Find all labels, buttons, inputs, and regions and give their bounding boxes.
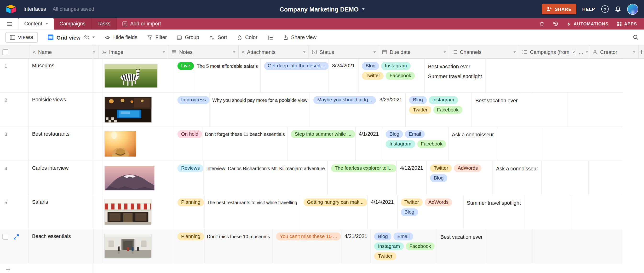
user-avatar[interactable] [627,4,638,14]
cell-channels[interactable]: BlogInstagramTwitterFacebook [359,59,425,92]
cell-image[interactable] [103,195,174,229]
table-row[interactable]: 3Best restaurantsOn holdDon't forget the… [0,127,623,161]
column-header-name[interactable]: A Name [30,46,98,58]
thumbnail-poolside-night[interactable] [105,97,152,122]
cell-image[interactable] [103,93,174,126]
question-icon[interactable]: ? [601,5,609,13]
history-button[interactable] [549,18,562,30]
cell-notes[interactable]: Reviews [174,161,204,195]
cell-due-date[interactable]: 4/12/2021 [397,161,427,195]
cell-creator[interactable] [498,127,544,161]
cell-due-date[interactable]: 4/1/2021 [356,127,382,161]
cell-name[interactable]: Carlos interview [29,161,103,195]
table-row[interactable]: 2Poolside viewsIn progressWhy you should… [0,93,623,127]
expand-record-icon[interactable] [14,234,19,240]
cell-notes[interactable]: Planning [174,230,204,263]
column-header-due-date[interactable]: Due date [379,46,449,58]
share-view-button[interactable]: Share view [283,34,316,40]
cell-notes[interactable]: On hold [174,127,202,161]
cell-attachments[interactable]: The best restaurants to visit while trav… [204,195,300,229]
share-button[interactable]: SHARE [542,4,576,14]
cell-due-date[interactable]: 3/29/2021 [376,93,406,126]
filter-button[interactable]: Filter [147,34,167,40]
group-button[interactable]: Group [176,34,199,40]
column-header-creator[interactable]: Creator [590,46,638,58]
cell-channels[interactable]: BlogInstagramTwitterFacebook [406,93,472,126]
cell-notes[interactable]: Planning [174,195,204,229]
cell-name[interactable]: Beach essentials [29,230,103,263]
cell-attachments[interactable]: Why you should pay more for a poolside v… [210,93,310,126]
cell-channels[interactable]: TwitterAdWordsBlog [398,195,464,229]
bell-icon[interactable] [615,6,621,12]
table-row[interactable]: 5SafarisPlanningThe best restaurants to … [0,195,623,229]
cell-notes[interactable]: In progress [174,93,210,126]
cell-status[interactable]: Step into summer while ... [288,127,356,161]
cell-status[interactable]: Get deep into the desert... [261,59,329,92]
interfaces-label[interactable]: Interfaces [24,6,46,12]
cell-campaigns[interactable]: Ask a connoisseur [493,161,542,195]
trash-button[interactable] [536,18,548,30]
cell-campaigns[interactable]: Best vacation ever [472,93,521,126]
cell-channels[interactable]: BlogEmailInstagramFacebook [382,127,448,161]
cell-campaigns[interactable]: Summer travel spotlight [464,195,524,229]
row-height-button[interactable] [267,35,273,40]
cell-due-date[interactable]: 4/14/2021 [368,195,397,229]
column-header-image[interactable]: Image [98,46,169,58]
cell-attachments[interactable]: Don't miss these 10 museums [204,230,273,263]
cell-channels[interactable]: BlogEmailInstagramFacebookTwitter [371,230,437,263]
sidebar-toggle-button[interactable] [0,18,18,30]
cell-notes[interactable]: Live [174,59,194,92]
thumbnail-sunset-hat[interactable] [105,131,136,156]
table-row[interactable]: 4Carlos interviewReviewsInterview: Carlo… [0,161,623,195]
color-button[interactable]: Color [237,34,258,40]
thumbnail-museum-interior[interactable] [105,234,151,258]
cell-due-date[interactable]: 3/24/2021 [329,59,358,92]
cell-creator[interactable] [486,230,533,263]
cell-status[interactable]: The fearless explorer tell... [328,161,397,195]
cell-creator[interactable] [524,195,571,229]
views-button[interactable]: VIEWS [5,32,38,43]
tab-tasks[interactable]: Tasks [92,18,116,30]
cell-campaigns[interactable]: Ask a connoisseur [448,127,498,161]
add-record-button[interactable] [5,267,10,272]
cell-attachments[interactable]: The 5 most affordable safaris [194,59,261,92]
base-title[interactable]: Company Marketing DEMO [280,6,364,12]
cell-due-date[interactable]: 4/21/2021 [341,230,371,263]
cell-status[interactable]: You can't miss these 10 ... [273,230,341,263]
cell-image[interactable] [103,230,174,263]
cell-campaigns[interactable]: Best vacation everSummer travel spotligh… [425,59,486,92]
thumbnail-storefront[interactable] [105,199,151,224]
column-header-attachments[interactable]: A Attachments [238,46,309,58]
cell-attachments[interactable]: Interview: Carlos Richardson's Mt. Kilim… [204,161,328,195]
add-or-import-button[interactable]: Add or import [117,18,167,30]
search-button[interactable] [633,34,639,40]
help-button[interactable]: HELP [582,6,595,12]
thumbnail-zebra-grassland[interactable] [105,64,157,88]
column-header-campaigns[interactable]: Campaigns (from ... [520,46,590,58]
table-row[interactable]: 1MuseumsLiveThe 5 most affordable safari… [0,59,623,93]
cell-name[interactable]: Museums [29,59,103,92]
column-header-notes[interactable]: Notes [168,46,238,58]
thumbnail-mountain-dusk[interactable] [105,166,154,190]
cell-campaigns[interactable]: Best vacation ever [437,230,486,263]
cell-creator[interactable] [521,93,568,126]
cell-status[interactable]: Maybe you should judg... [310,93,376,126]
airtable-logo-icon[interactable] [6,4,17,14]
sort-button[interactable]: Sort [209,34,227,40]
tab-campaigns[interactable]: Campaigns [54,18,92,30]
automations-button[interactable]: AUTOMATIONS [562,18,612,30]
column-header-channels[interactable]: Channels [449,46,520,58]
view-switcher[interactable]: Grid view [48,34,95,40]
column-header-status[interactable]: Status [309,46,379,58]
cell-channels[interactable]: TwitterAdWordsBlog [427,161,493,195]
cell-creator[interactable] [486,59,532,92]
cell-image[interactable] [103,59,174,92]
cell-name[interactable]: Poolside views [29,93,103,126]
cell-name[interactable]: Safaris [29,195,103,229]
table-row[interactable]: Beach essentialsPlanningDon't miss these… [0,230,623,264]
apps-button[interactable]: APPS [613,18,641,30]
row-select-checkbox[interactable] [2,234,8,240]
add-field-button[interactable] [639,46,644,58]
cell-creator[interactable] [542,161,588,195]
cell-status[interactable]: Getting hungry can mak... [300,195,368,229]
